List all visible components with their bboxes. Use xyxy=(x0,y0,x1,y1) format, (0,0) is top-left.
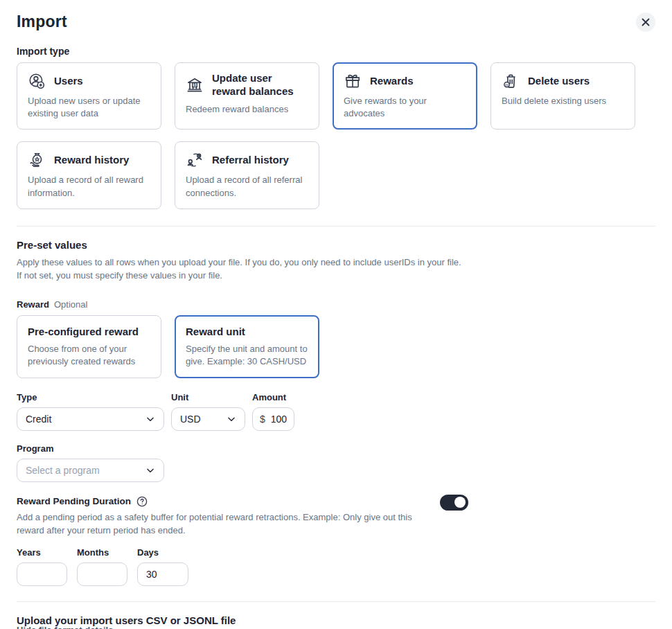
days-input[interactable] xyxy=(137,562,188,586)
import-type-cards: Users Upload new users or update existin… xyxy=(17,62,655,209)
preset-values-description: Apply these values to all rows when you … xyxy=(17,256,467,283)
chevron-down-icon xyxy=(227,414,236,424)
program-label: Program xyxy=(17,443,655,454)
people-sync-icon xyxy=(186,151,204,169)
card-description: Specify the unit and amount to give. Exa… xyxy=(186,343,308,368)
toggle-knob xyxy=(454,497,466,508)
card-preconfigured-reward[interactable]: Pre-configured reward Choose from one of… xyxy=(17,315,161,378)
page-title: Import xyxy=(17,12,67,31)
bank-icon: $ xyxy=(186,76,204,94)
card-description: Upload new users or update existing user… xyxy=(28,95,150,120)
card-description: Upload a record of all reward informatio… xyxy=(28,174,150,199)
card-title: Users xyxy=(54,75,83,88)
money-bag-hand-icon xyxy=(28,151,46,169)
card-title: Delete users xyxy=(528,75,590,88)
unit-select[interactable]: USD xyxy=(171,407,245,431)
type-select-value: Credit xyxy=(26,414,145,425)
card-description: Redeem reward balances xyxy=(186,103,308,116)
type-select[interactable]: Credit xyxy=(17,407,164,431)
reward-label-row: RewardOptional xyxy=(17,299,655,310)
card-delete-users[interactable]: @ Delete users Build delete existing use… xyxy=(490,62,635,130)
years-label: Years xyxy=(17,547,67,558)
chevron-down-icon xyxy=(145,414,155,424)
card-description: Give rewards to your advocates xyxy=(344,95,466,120)
card-title: Reward unit xyxy=(186,326,308,339)
card-title: Referral history xyxy=(212,154,289,167)
hide-file-format-link[interactable]: Hide file format details xyxy=(17,625,113,629)
reward-type-cards: Pre-configured reward Choose from one of… xyxy=(17,315,655,378)
amount-field[interactable]: $ xyxy=(252,407,294,431)
close-icon xyxy=(641,17,651,27)
amount-label: Amount xyxy=(252,392,294,402)
import-type-label: Import type xyxy=(17,46,655,57)
years-input[interactable] xyxy=(17,562,67,586)
reward-unit-fields: Type Credit Unit USD Amount $ xyxy=(17,392,655,431)
type-label: Type xyxy=(17,392,164,402)
currency-prefix: $ xyxy=(260,414,265,425)
optional-label: Optional xyxy=(54,299,87,310)
card-update-reward-balances[interactable]: $ Update user reward balances Redeem rew… xyxy=(175,62,319,130)
unit-select-value: USD xyxy=(180,414,227,425)
section-divider xyxy=(17,601,655,602)
program-select[interactable]: Select a program xyxy=(17,459,164,482)
program-field-group: Program Select a program xyxy=(17,443,655,482)
card-description: Choose from one of your previously creat… xyxy=(28,343,150,368)
card-rewards[interactable]: Rewards Give rewards to your advocates xyxy=(333,62,477,130)
pending-duration-section: Reward Pending Duration Add a pending pe… xyxy=(17,496,655,586)
reward-label: Reward xyxy=(17,299,49,310)
pending-duration-toggle[interactable] xyxy=(440,495,468,511)
dialog-header: Import xyxy=(17,12,655,32)
card-title: Update user reward balances xyxy=(212,72,308,98)
card-title: Pre-configured reward xyxy=(28,326,150,339)
card-reward-unit[interactable]: Reward unit Specify the unit and amount … xyxy=(175,315,319,378)
card-title: Rewards xyxy=(370,75,414,88)
pending-duration-description: Add a pending period as a safety buffer … xyxy=(17,511,427,538)
card-title: Reward history xyxy=(54,154,129,167)
card-reward-history[interactable]: Reward history Upload a record of all re… xyxy=(17,141,161,209)
amount-input[interactable] xyxy=(271,414,292,425)
section-divider xyxy=(17,226,655,227)
import-dialog: Import Import type Users xyxy=(0,0,672,629)
upload-section-title: Upload your import users CSV or JSONL fi… xyxy=(17,614,655,626)
svg-text:@: @ xyxy=(505,83,509,87)
user-add-icon xyxy=(28,72,46,90)
help-icon[interactable] xyxy=(136,496,148,507)
pending-duration-label: Reward Pending Duration xyxy=(17,496,131,506)
trash-user-icon: @ xyxy=(502,72,520,90)
card-users[interactable]: Users Upload new users or update existin… xyxy=(17,62,161,130)
card-referral-history[interactable]: Referral history Upload a record of all … xyxy=(175,141,319,209)
program-select-placeholder: Select a program xyxy=(26,465,145,476)
card-description: Build delete existing users xyxy=(502,95,624,107)
chevron-down-icon xyxy=(145,466,155,475)
card-description: Upload a record of all referral connecti… xyxy=(186,174,308,199)
duration-inputs: Years Months Days xyxy=(17,547,655,586)
preset-values-title: Pre-set values xyxy=(17,239,655,251)
close-button[interactable] xyxy=(636,12,655,32)
months-input[interactable] xyxy=(77,562,127,586)
gift-icon xyxy=(344,72,362,90)
unit-label: Unit xyxy=(171,392,245,402)
days-label: Days xyxy=(137,547,188,558)
months-label: Months xyxy=(77,547,127,558)
